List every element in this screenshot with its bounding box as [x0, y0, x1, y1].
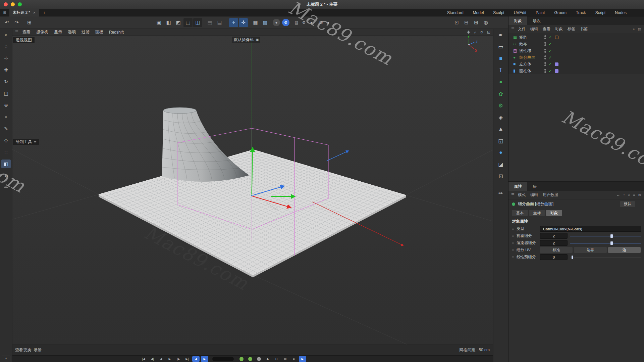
magnet-tool-icon[interactable]: ≋: [1, 171, 11, 180]
pen-tool-icon[interactable]: ✎: [1, 124, 11, 133]
menu-view[interactable]: 查看: [22, 29, 31, 35]
key-left-button[interactable]: ◀: [192, 356, 200, 362]
uv-option-boundary[interactable]: 边界: [574, 247, 606, 253]
workspace-standard[interactable]: Standard: [447, 10, 464, 15]
object-row-linear-field[interactable]: ▤ 线性域 ✓: [508, 47, 644, 54]
simulation-icon[interactable]: ⚙: [496, 100, 506, 110]
workspace-uvedit[interactable]: UVEdit: [514, 10, 526, 15]
om-list-icon[interactable]: ▤: [638, 27, 641, 31]
gray-sphere-icon[interactable]: ●: [273, 19, 280, 26]
texture-mode-button[interactable]: ◧: [164, 18, 173, 27]
orbit-view-icon[interactable]: ↻: [480, 30, 483, 35]
autokey-button[interactable]: ⊙: [273, 356, 280, 362]
collapse-panel-button[interactable]: ∧: [2, 356, 10, 361]
lock-y-button[interactable]: ⬓: [215, 18, 224, 27]
object-name-selected[interactable]: 细分曲面: [519, 55, 543, 60]
tab-close-icon[interactable]: ×: [33, 10, 36, 15]
object-row-matrix[interactable]: ▦ 矩阵 ✓: [508, 34, 644, 41]
workspace-model[interactable]: Model: [473, 10, 484, 15]
document-tab[interactable]: 未标题 2 * ×: [9, 9, 39, 16]
attr-back-icon[interactable]: ←: [616, 193, 620, 197]
stage-icon[interactable]: ◪: [496, 159, 506, 169]
tab-objects[interactable]: 对象: [508, 16, 527, 25]
lock-x-button[interactable]: ⬒: [205, 18, 214, 27]
workplane-grid-button[interactable]: ▦: [251, 18, 260, 27]
tab-takes[interactable]: 场次: [527, 16, 546, 25]
select-tool-icon[interactable]: ⊹: [1, 54, 11, 62]
keyframe-dot[interactable]: [512, 242, 514, 244]
visibility-dots[interactable]: [543, 42, 547, 46]
zoom-window-button[interactable]: [18, 2, 22, 6]
om-menu-bookmarks[interactable]: 书签: [580, 27, 588, 32]
object-name[interactable]: 线性域: [519, 48, 543, 54]
workspace-track[interactable]: Track: [576, 10, 586, 15]
snap-settings-button[interactable]: ▩: [261, 18, 270, 27]
om-menu-file[interactable]: 文件: [518, 27, 526, 32]
om-menu-tags[interactable]: 标签: [568, 27, 575, 32]
section-tab-coord[interactable]: 坐标: [529, 210, 545, 216]
om-menu-edit[interactable]: 编辑: [530, 27, 538, 32]
pan-view-icon[interactable]: ✚: [467, 30, 470, 35]
move-tool-icon[interactable]: ✚: [1, 65, 11, 74]
workspace-nodes[interactable]: Nodes: [615, 10, 627, 15]
object-list-empty-area[interactable]: [508, 74, 644, 181]
goto-start-button[interactable]: |◀: [140, 356, 147, 362]
camera-label[interactable]: 默认摄像机 ▣: [232, 37, 260, 43]
phong-tag[interactable]: [555, 62, 558, 66]
attr-menu-userdata[interactable]: 用户数据: [543, 192, 558, 197]
landscape-icon[interactable]: ▲: [496, 124, 506, 134]
workspace-sculpt[interactable]: Sculpt: [493, 10, 504, 15]
visibility-dots[interactable]: [543, 62, 547, 66]
record-scale-button[interactable]: [248, 357, 252, 361]
enabled-check-icon[interactable]: ✓: [547, 69, 553, 73]
live-selection-tool-icon[interactable]: ◌: [1, 42, 11, 51]
linear-presubdivision-field[interactable]: 0: [540, 254, 568, 260]
mograph-cloner-icon[interactable]: ✿: [496, 89, 506, 99]
viewport-canvas[interactable]: Y Z X: [12, 36, 493, 345]
om-menu-view[interactable]: 查看: [543, 27, 550, 32]
model-mode-button[interactable]: ▣: [154, 18, 163, 27]
menu-display[interactable]: 显示: [54, 29, 62, 35]
layout-c-button[interactable]: ⊞: [472, 18, 481, 27]
3d-viewport[interactable]: Y Z X 透视视图 默认摄像机 ▣ 绘制工具 ✏: [12, 36, 493, 345]
attr-search-icon[interactable]: ⌕: [628, 193, 630, 197]
layout-b-button[interactable]: ⊟: [462, 18, 471, 27]
view-name-label[interactable]: 透视视图: [13, 37, 35, 43]
frame-field[interactable]: [212, 357, 234, 361]
play-button[interactable]: ▶: [166, 356, 173, 362]
enabled-check-icon[interactable]: ✓: [547, 42, 553, 46]
object-row-cube[interactable]: ■ 立方体 ✓: [508, 61, 644, 67]
object-color-tag[interactable]: [555, 36, 558, 39]
om-menu-object[interactable]: 对象: [555, 27, 563, 32]
menu-camera[interactable]: 摄像机: [36, 29, 48, 35]
keyframe-dot[interactable]: [512, 228, 514, 230]
timeline-go-button[interactable]: ▶: [299, 356, 306, 362]
workplane-tool-icon[interactable]: ⌖: [1, 112, 11, 121]
enabled-check-icon[interactable]: ✓: [547, 62, 553, 66]
scale-tool-icon[interactable]: ◰: [1, 89, 11, 98]
editor-subdivision-field[interactable]: 2: [540, 233, 568, 239]
visibility-dots[interactable]: [543, 55, 547, 59]
render-subdivision-slider[interactable]: [570, 240, 642, 246]
linear-presubdivision-slider[interactable]: [570, 254, 642, 260]
points-mode-button[interactable]: ⬚: [183, 18, 193, 27]
panel-toggle-button[interactable]: ▤: [293, 18, 300, 27]
menu-panel[interactable]: 面板: [95, 29, 103, 35]
keyframe-button[interactable]: ◆: [264, 356, 271, 362]
menu-redshift[interactable]: Redshift: [109, 30, 124, 35]
keyframe-options-button[interactable]: ▤: [281, 356, 289, 362]
section-tab-basic[interactable]: 基本: [512, 210, 528, 216]
workplane-mode-button[interactable]: ◩: [174, 18, 183, 27]
workspace-script[interactable]: Script: [595, 10, 606, 15]
menu-options[interactable]: 选项: [68, 29, 76, 35]
display-menu-caret[interactable]: ▾: [325, 18, 332, 27]
tablet-pen-icon[interactable]: ✏: [496, 188, 506, 198]
editor-subdivision-slider[interactable]: [570, 233, 642, 239]
prev-key-button[interactable]: ◀|: [149, 356, 156, 362]
object-name[interactable]: 散布: [519, 41, 543, 47]
uv-option-standard[interactable]: 标准: [540, 247, 573, 253]
interactive-render-button[interactable]: ◍: [481, 18, 490, 27]
close-window-button[interactable]: [4, 2, 8, 6]
soft-selection-tool-icon[interactable]: ∷: [1, 148, 11, 156]
knife-tool-icon[interactable]: ◇: [1, 136, 11, 145]
